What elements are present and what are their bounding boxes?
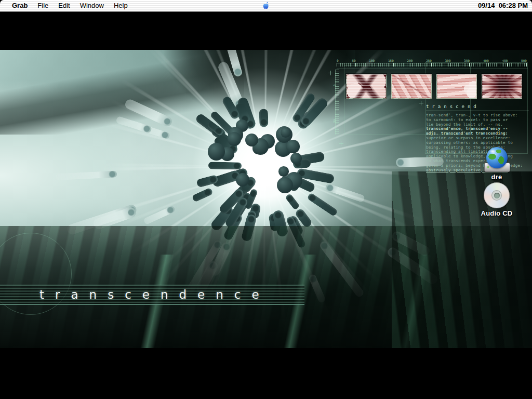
cd-icon [484, 182, 510, 208]
ruler-label: 200 [407, 59, 413, 62]
desktop: { "menu_bar": { "app_menu": "Grab", "men… [0, 0, 532, 399]
thumbnail-2 [391, 74, 432, 99]
icon-label: Audio CD [481, 209, 513, 217]
tube-cap [277, 177, 293, 193]
wallpaper-title: transcendence [0, 285, 304, 304]
desktop-black-top [0, 11, 532, 50]
v-ruler-label: 0 [332, 84, 336, 86]
ruler-label: 450 [502, 59, 508, 62]
menu-edit[interactable]: Edit [58, 0, 70, 11]
apple-menu[interactable] [261, 1, 271, 11]
tube-rod [259, 109, 269, 127]
crosshair-mark [339, 141, 343, 146]
menu-window[interactable]: Window [80, 0, 104, 11]
ruler-ticks [337, 63, 527, 66]
menu-file[interactable]: File [37, 0, 48, 11]
thumbnail-3 [436, 74, 477, 99]
hud-ruler-vertical [335, 70, 339, 135]
network-disk-icon [483, 147, 511, 172]
ruler-label: 0 [337, 59, 339, 62]
ruler-label: 100 [369, 59, 375, 62]
crosshair-mark [419, 101, 423, 105]
definition-word: transcend [426, 104, 529, 111]
icon-label: dre [491, 173, 502, 181]
tube-cap [281, 127, 290, 137]
menu-grab[interactable]: Grab [12, 0, 28, 11]
ruler-label: 500 [521, 59, 527, 62]
tube-cap [286, 140, 300, 153]
tube-rod [307, 192, 338, 217]
title-band: transcendence [0, 285, 304, 305]
crosshair-mark [328, 71, 333, 75]
tube-cap [208, 143, 225, 161]
desktop-icon-dre[interactable]: dre [473, 147, 521, 181]
ruler-label: 150 [388, 59, 394, 62]
ruler-label: 300 [445, 59, 451, 62]
wallpaper: 0 50 100 150 200 250 300 350 400 450 500… [0, 50, 532, 348]
globe-icon [486, 147, 508, 168]
hud-ruler-horizontal: 0 50 100 150 200 250 300 350 400 450 500 [337, 59, 527, 66]
menu-bar-clock[interactable]: 09/14 06:28 PM [478, 0, 528, 11]
tube-rod [143, 205, 176, 225]
ruler-label: 400 [483, 59, 489, 62]
tube-rod [208, 162, 242, 170]
menu-bar: Grab File Edit Window Help 09/14 06:28 P… [0, 0, 532, 12]
thumbnail-strip [346, 74, 522, 99]
tube-cap [245, 134, 258, 147]
tube-rod [192, 187, 214, 202]
ruler-label: 250 [426, 59, 432, 62]
tube-rod [115, 116, 152, 134]
apple-logo-icon [262, 1, 270, 10]
menu-help[interactable]: Help [114, 0, 128, 11]
desktop-icon-audio-cd[interactable]: Audio CD [473, 182, 521, 217]
v-ruler-label: 50 [332, 119, 336, 123]
tube-rod [325, 183, 365, 203]
thumbnail-4 [482, 74, 522, 99]
thumbnail-1 [346, 74, 387, 99]
ruler-label: 350 [464, 59, 470, 62]
ruler-label: 50 [352, 59, 355, 62]
tube-cap [278, 166, 289, 177]
tube-cap [228, 132, 241, 145]
tube-rod [56, 170, 117, 180]
desktop-black-bottom [0, 348, 532, 399]
tube-rod [285, 193, 300, 211]
